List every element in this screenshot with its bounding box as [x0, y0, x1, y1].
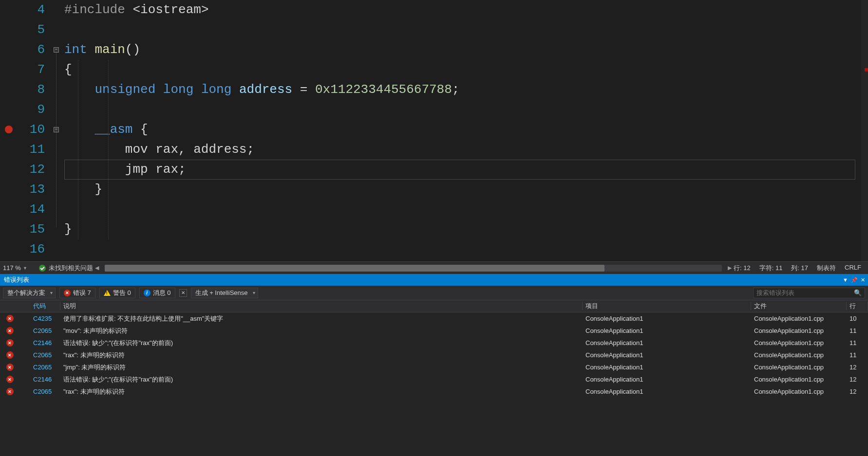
error-project: ConsoleApplication1	[583, 376, 751, 383]
line-number: 8	[19, 80, 45, 100]
error-line: 12	[847, 388, 868, 395]
chevron-down-icon: ▼	[23, 266, 27, 271]
dropdown-icon[interactable]: ▼	[843, 277, 848, 283]
table-row[interactable]: C2065"rax": 未声明的标识符ConsoleApplication1Co…	[0, 385, 868, 398]
code-line[interactable]	[64, 100, 861, 120]
error-file: ConsoleApplication1.cpp	[751, 388, 847, 395]
code-line[interactable]	[64, 200, 861, 219]
messages-filter-button[interactable]: 消息 0	[139, 288, 175, 298]
zoom-value: 117 %	[3, 264, 21, 272]
indent-mode[interactable]: 制表符	[817, 264, 836, 273]
scroll-left-arrow[interactable]: ◀	[93, 265, 101, 271]
horizontal-scrollbar[interactable]	[105, 265, 722, 272]
error-description: 语法错误: 缺少";"(在标识符"rax"的前面)	[60, 375, 583, 384]
fold-gutter[interactable]: −−	[53, 0, 64, 261]
code-line[interactable]: mov rax, address;	[64, 140, 861, 160]
errors-filter-button[interactable]: 错误 7	[59, 288, 95, 298]
pin-icon[interactable]: 📌	[851, 277, 858, 283]
error-code: C2065	[30, 364, 60, 371]
error-icon	[6, 388, 14, 395]
line-number-gutter: 45678910111213141516	[19, 0, 53, 261]
error-description: "mov": 未声明的标识符	[60, 327, 583, 335]
error-file: ConsoleApplication1.cpp	[751, 364, 847, 371]
error-code: C2065	[30, 351, 60, 359]
line-number: 14	[19, 200, 45, 219]
overview-error-marker[interactable]	[865, 68, 868, 72]
zoom-level[interactable]: 117 % ▼	[0, 264, 34, 272]
scope-label: 整个解决方案	[7, 289, 45, 297]
messages-count: 消息 0	[153, 289, 171, 297]
issues-indicator[interactable]: 未找到相关问题	[39, 264, 93, 273]
table-row[interactable]: C2146语法错误: 缺少";"(在标识符"rax"的前面)ConsoleApp…	[0, 373, 868, 385]
scope-dropdown[interactable]: 整个解决方案	[3, 288, 56, 298]
cursor-line[interactable]: 行: 12	[734, 264, 751, 273]
check-icon	[39, 265, 46, 272]
header-desc[interactable]: 说明	[60, 302, 583, 310]
error-icon	[6, 364, 14, 371]
table-row[interactable]: C4235使用了非标准扩展: 不支持在此结构上使用"__asm"关键字Conso…	[0, 312, 868, 325]
error-line: 11	[847, 327, 868, 334]
breakpoint-marker[interactable]	[5, 126, 13, 133]
error-list-panel-title[interactable]: 错误列表 ▼ 📌 ✕	[0, 274, 868, 286]
error-search-box[interactable]: 🔍	[753, 288, 865, 298]
code-content[interactable]: #include <iostream>int main(){ unsigned …	[64, 0, 861, 261]
code-editor[interactable]: 45678910111213141516 −− #include <iostre…	[0, 0, 868, 261]
error-file: ConsoleApplication1.cpp	[751, 351, 847, 359]
clear-filter-button[interactable]: ✕	[179, 289, 187, 297]
code-line[interactable]: }	[64, 180, 861, 200]
info-icon	[144, 290, 151, 296]
eol-mode[interactable]: CRLF	[845, 264, 861, 273]
line-number: 4	[19, 0, 45, 20]
header-file[interactable]: 文件	[751, 302, 847, 310]
error-search-input[interactable]	[756, 289, 854, 296]
warning-icon	[104, 290, 111, 296]
errors-count: 错误 7	[73, 289, 91, 297]
code-line[interactable]: jmp rax;	[64, 160, 861, 180]
warnings-filter-button[interactable]: 警告 0	[99, 288, 135, 298]
cursor-char[interactable]: 字符: 11	[759, 264, 783, 273]
error-list-table[interactable]: 代码 说明 项目 文件 行 C4235使用了非标准扩展: 不支持在此结构上使用"…	[0, 300, 868, 456]
scroll-right-arrow[interactable]: ▶	[726, 265, 734, 271]
error-line: 10	[847, 315, 868, 322]
error-list-toolbar: 整个解决方案 错误 7 警告 0 消息 0 ✕ 生成 + IntelliSens…	[0, 286, 868, 300]
error-code: C2146	[30, 376, 60, 383]
header-project[interactable]: 项目	[583, 302, 751, 310]
scrollbar-thumb[interactable]	[105, 265, 604, 272]
error-icon	[6, 376, 14, 383]
code-line[interactable]: int main()	[64, 40, 861, 60]
table-row[interactable]: C2065"mov": 未声明的标识符ConsoleApplication1Co…	[0, 325, 868, 337]
editor-status-bar: 117 % ▼ 未找到相关问题 ◀ ▶ 行: 12 字符: 11 列: 17 制…	[0, 261, 868, 274]
error-icon	[6, 351, 14, 359]
error-icon	[6, 327, 14, 334]
error-project: ConsoleApplication1	[583, 351, 751, 359]
error-code: C4235	[30, 315, 60, 322]
close-icon[interactable]: ✕	[861, 277, 865, 283]
table-row[interactable]: C2065"rax": 未声明的标识符ConsoleApplication1Co…	[0, 349, 868, 361]
table-row[interactable]: C2065"jmp": 未声明的标识符ConsoleApplication1Co…	[0, 361, 868, 373]
error-project: ConsoleApplication1	[583, 315, 751, 322]
source-dropdown[interactable]: 生成 + IntelliSense	[191, 288, 258, 298]
code-line[interactable]: __asm {	[64, 120, 861, 140]
code-line[interactable]	[64, 239, 861, 259]
fold-toggle[interactable]: −	[54, 47, 59, 53]
code-line[interactable]: #include <iostream>	[64, 0, 861, 20]
source-label: 生成 + IntelliSense	[195, 289, 248, 297]
error-icon	[6, 339, 14, 347]
line-number: 10	[19, 120, 45, 140]
code-line[interactable]: }	[64, 219, 861, 239]
error-code: C2065	[30, 327, 60, 334]
header-line[interactable]: 行	[847, 302, 868, 310]
breakpoint-gutter[interactable]	[0, 0, 19, 261]
error-description: 使用了非标准扩展: 不支持在此结构上使用"__asm"关键字	[60, 314, 583, 323]
overview-ruler[interactable]	[861, 0, 868, 261]
code-line[interactable]: unsigned long long address = 0x112233445…	[64, 80, 861, 100]
cursor-col[interactable]: 列: 17	[791, 264, 808, 273]
header-code[interactable]: 代码	[30, 302, 60, 310]
error-line: 11	[847, 339, 868, 347]
table-row[interactable]: C2146语法错误: 缺少";"(在标识符"rax"的前面)ConsoleApp…	[0, 337, 868, 349]
code-line[interactable]: {	[64, 60, 861, 80]
code-line[interactable]	[64, 20, 861, 40]
line-number: 5	[19, 20, 45, 40]
line-number: 16	[19, 239, 45, 259]
error-code: C2146	[30, 339, 60, 347]
